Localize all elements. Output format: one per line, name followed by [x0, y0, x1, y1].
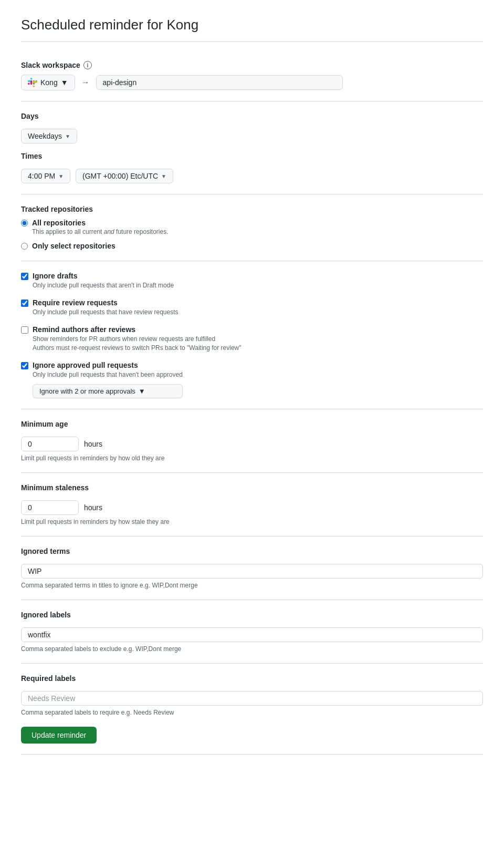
select-repos-radio[interactable] [21, 243, 28, 250]
repositories-radio-group: All repositories This applies to all cur… [21, 219, 483, 250]
minimum-staleness-field: Minimum staleness hours Limit pull reque… [21, 483, 483, 525]
timezone-value: (GMT +00:00) Etc/UTC [82, 172, 158, 180]
timezone-caret-icon: ▼ [161, 173, 166, 179]
days-label: Days [21, 112, 483, 120]
remind-authors-label[interactable]: Remind authors after reviews [33, 325, 242, 334]
workspace-caret-icon: ▼ [61, 78, 68, 87]
info-icon: i [83, 61, 92, 69]
ignore-drafts-label[interactable]: Ignore drafts [33, 272, 174, 280]
times-row: 4:00 PM ▼ (GMT +00:00) Etc/UTC ▼ [21, 169, 483, 183]
minimum-age-unit: hours [84, 440, 102, 448]
slack-workspace-label: Slack workspace [21, 61, 80, 69]
minimum-staleness-help: Limit pull requests in reminders by how … [21, 518, 483, 525]
required-labels-help: Comma separated labels to require e.g. N… [21, 709, 483, 716]
minimum-staleness-row: hours [21, 500, 483, 515]
arrow-icon: → [81, 78, 90, 87]
select-repos-label[interactable]: Only select repositories [32, 242, 116, 250]
all-repos-content: All repositories This applies to all cur… [32, 219, 168, 235]
minimum-staleness-input[interactable] [21, 500, 79, 515]
ignored-labels-input[interactable] [21, 627, 483, 642]
ignore-approved-item: Ignore approved pull requests Only inclu… [21, 361, 483, 398]
minimum-age-help: Limit pull requests in reminders by how … [21, 455, 483, 462]
all-repos-option: All repositories This applies to all cur… [21, 219, 483, 235]
minimum-age-row: hours [21, 437, 483, 451]
ignore-approved-checkbox[interactable] [21, 362, 28, 369]
minimum-age-section: Minimum age hours Limit pull requests in… [21, 409, 483, 473]
ignored-labels-help: Comma separated labels to exclude e.g. W… [21, 645, 483, 653]
slack-row: Kong ▼ → [21, 75, 483, 90]
channel-input[interactable] [96, 75, 343, 90]
all-repos-desc: This applies to all current and future r… [32, 228, 168, 235]
minimum-staleness-section: Minimum staleness hours Limit pull reque… [21, 473, 483, 536]
remind-authors-desc1: Show reminders for PR authors when revie… [33, 335, 242, 343]
minimum-age-input[interactable] [21, 437, 79, 451]
require-review-content: Require review requests Only include pul… [33, 298, 178, 316]
all-repos-radio[interactable] [21, 220, 28, 226]
slack-icon [28, 78, 37, 87]
remind-authors-checkbox[interactable] [21, 326, 28, 334]
time-dropdown[interactable]: 4:00 PM ▼ [21, 169, 70, 183]
all-repos-label[interactable]: All repositories [32, 219, 86, 227]
days-value: Weekdays [28, 132, 62, 140]
minimum-age-field: Minimum age hours Limit pull requests in… [21, 420, 483, 462]
ignore-drafts-checkbox[interactable] [21, 273, 28, 280]
ignore-drafts-item: Ignore drafts Only include pull requests… [21, 272, 483, 289]
ignored-terms-input[interactable] [21, 564, 483, 579]
require-review-checkbox[interactable] [21, 300, 28, 307]
ignore-drafts-content: Ignore drafts Only include pull requests… [33, 272, 174, 289]
days-field: Days Weekdays ▼ [21, 112, 483, 143]
ignore-approved-desc: Only include pull requests that haven't … [33, 371, 183, 378]
minimum-staleness-unit: hours [84, 503, 102, 512]
update-reminder-button[interactable]: Update reminder [21, 727, 97, 744]
require-review-label[interactable]: Require review requests [33, 298, 178, 307]
days-section: Days Weekdays ▼ Times 4:00 PM ▼ (GMT +00… [21, 101, 483, 194]
time-caret-icon: ▼ [58, 173, 64, 179]
tracked-repos-label: Tracked repositories [21, 205, 483, 213]
ignore-approved-label[interactable]: Ignore approved pull requests [33, 361, 183, 369]
days-dropdown[interactable]: Weekdays ▼ [21, 129, 77, 143]
remind-authors-desc2: Authors must re-request reviews to switc… [33, 344, 242, 352]
required-labels-field: Required labels Comma separated labels t… [21, 674, 483, 716]
ignore-drafts-desc: Only include pull requests that aren't i… [33, 282, 174, 289]
approvals-caret-icon: ▼ [139, 387, 145, 395]
ignore-approved-content: Ignore approved pull requests Only inclu… [33, 361, 183, 398]
time-value: 4:00 PM [28, 172, 55, 180]
slack-workspace-section: Slack workspace i Kong ▼ → [21, 50, 483, 101]
select-repos-option: Only select repositories [21, 242, 483, 250]
required-labels-label: Required labels [21, 674, 483, 683]
remind-authors-item: Remind authors after reviews Show remind… [21, 325, 483, 352]
required-labels-input[interactable] [21, 691, 483, 706]
ignored-terms-field: Ignored terms Comma separated terms in t… [21, 547, 483, 589]
require-review-desc: Only include pull requests that have rev… [33, 308, 178, 316]
ignored-terms-section: Ignored terms Comma separated terms in t… [21, 536, 483, 600]
ignore-approvals-dropdown[interactable]: Ignore with 2 or more approvals ▼ [33, 384, 183, 398]
ignored-labels-field: Ignored labels Comma separated labels to… [21, 611, 483, 653]
ignored-terms-label: Ignored terms [21, 547, 483, 555]
days-caret-icon: ▼ [65, 133, 70, 139]
title-divider [21, 42, 483, 42]
minimum-staleness-label: Minimum staleness [21, 483, 483, 492]
page-title: Scheduled reminder for Kong [21, 17, 483, 33]
ignored-labels-label: Ignored labels [21, 611, 483, 619]
timezone-dropdown[interactable]: (GMT +00:00) Etc/UTC ▼ [76, 169, 173, 183]
times-label: Times [21, 152, 483, 160]
workspace-dropdown[interactable]: Kong ▼ [21, 75, 75, 90]
filters-checkbox-group: Ignore drafts Only include pull requests… [21, 272, 483, 398]
require-review-item: Require review requests Only include pul… [21, 298, 483, 316]
ignored-terms-help: Comma separated terms in titles to ignor… [21, 582, 483, 589]
workspace-name: Kong [40, 78, 58, 87]
ignore-approvals-value: Ignore with 2 or more approvals [39, 387, 135, 395]
ignored-labels-section: Ignored labels Comma separated labels to… [21, 600, 483, 664]
required-labels-section: Required labels Comma separated labels t… [21, 664, 483, 755]
minimum-age-label: Minimum age [21, 420, 483, 428]
tracked-repositories-section: Tracked repositories All repositories Th… [21, 194, 483, 261]
times-field: Times 4:00 PM ▼ (GMT +00:00) Etc/UTC ▼ [21, 152, 483, 183]
remind-authors-content: Remind authors after reviews Show remind… [33, 325, 242, 352]
filters-section: Ignore drafts Only include pull requests… [21, 261, 483, 409]
